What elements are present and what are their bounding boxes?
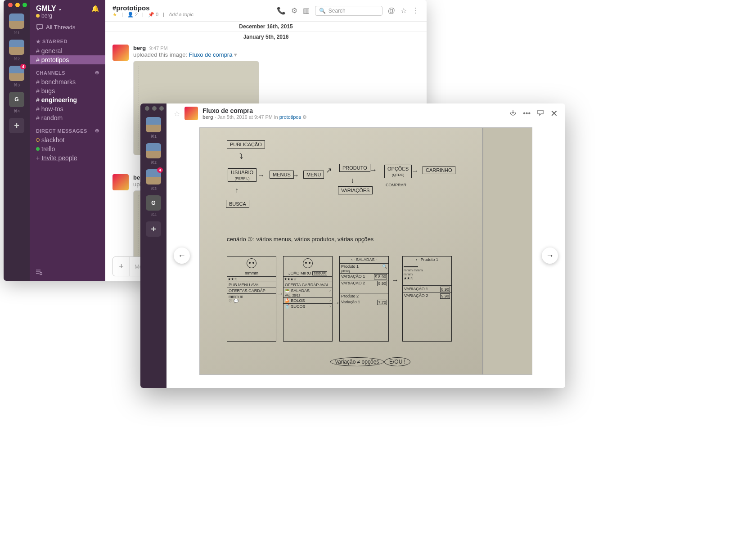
node-usuario: USUÁRIO(PERFIL) [228,168,256,182]
next-button[interactable]: → [542,248,558,264]
channel-engineering[interactable]: #engineering [30,95,105,104]
quick-switcher-icon[interactable] [35,269,42,277]
workspace-1[interactable] [146,117,161,132]
node-variacoes: VARIAÇÕES [338,186,373,194]
channel-general[interactable]: #general [30,46,105,55]
current-user[interactable]: berg [36,13,99,19]
wireframe-1: mmmm ★★☆ PUB MENU AVAL OFERTAS CARDÁP mm… [227,256,276,342]
all-threads[interactable]: All Threads [30,21,105,33]
channel-random[interactable]: #random [30,113,105,122]
workspace-3[interactable]: 4 [146,169,161,184]
workspace-4-key: ⌘4 [14,109,20,113]
viewer-workspace-switcher: ⌘1 ⌘2 4 ⌘3 G ⌘4 + [140,104,166,388]
avatar[interactable] [112,45,129,61]
star-icon[interactable]: ★ [112,12,117,18]
channel-bugs[interactable]: #bugs [30,86,105,95]
workspace-1[interactable] [9,14,24,29]
image-stage: ← → PUBLICAÇÃO USUÁRIO(PERFIL) MENUS MEN… [166,123,565,388]
date-divider-2: January 5th, 2016 [105,32,427,42]
image-viewer-window: ⌘1 ⌘2 4 ⌘3 G ⌘4 + ☆ Fluxo de compra berg… [140,104,565,388]
node-menus: MENUS [270,171,294,179]
minimize-dot[interactable] [15,3,20,7]
node-busca: BUSCA [226,200,249,208]
channel-prototipos[interactable]: #prototipos [30,55,105,64]
viewer-titlebar [140,104,565,113]
dms-header: DIRECT MESSAGES⊕ [30,122,105,135]
pin-count[interactable]: 📌 0 [148,12,158,18]
channel-benchmarks[interactable]: #benchmarks [30,77,105,86]
close-dot[interactable] [8,3,13,7]
zoom-dot[interactable] [159,106,164,111]
add-topic[interactable]: Add a topic [169,12,194,17]
msg1-time: 9:47 PM [149,45,168,51]
svg-point-0 [40,273,42,275]
footnote-2: E/OU ! [384,357,410,366]
workspace-4[interactable]: G [9,92,24,107]
add-workspace-button[interactable]: + [9,118,24,133]
workspace-2-key: ⌘2 [14,57,20,61]
workspace-3-badge: 4 [20,64,26,69]
attach-button[interactable]: + [113,257,130,276]
node-publicacao: PUBLICAÇÃO [227,140,265,148]
uploaded-image[interactable]: PUBLICAÇÃO USUÁRIO(PERFIL) MENUS MENU PR… [199,127,532,375]
workspace-4[interactable]: G [146,195,161,211]
add-channel-icon[interactable]: ⊕ [95,70,99,76]
scenario-caption: cenário ①: vários menus, vários produtos… [227,236,374,243]
msg1-user[interactable]: berg [133,45,146,51]
workspace-switcher: ⌘1 ⌘2 4 ⌘3 G ⌘4 + [4,0,30,281]
add-dm-icon[interactable]: ⊕ [95,128,99,134]
threads-icon [36,23,43,31]
wireframe-4: ‹ · Produto 1 ▬▬▬▬mmm mmmmmm★★☆ VARIAÇÃO… [402,256,452,342]
workspace-2[interactable] [146,143,161,158]
wireframe-2: JOÃO MIRO SEGUIR ★★★☆ OFERTA CARDÁP AVAL… [283,256,333,342]
wireframe-3: ‹ · SALADAS · Produto 1🔍 (desc) VARIAÇÃO… [339,256,389,342]
invite-people[interactable]: +Invite people [30,153,105,162]
channels-header: CHANNELS⊕ [30,64,105,77]
workspace-1-key: ⌘1 [14,31,20,35]
footnote-1: variação ≠ opções [330,357,384,366]
dm-slackbot[interactable]: slackbot [30,135,105,144]
label-comprar: COMPRAR [386,183,406,187]
sidebar: GMLY ⌄ 🔔 berg All Threads ★ STARRED #gen… [30,0,105,281]
date-divider-1: December 16th, 2015 [105,22,427,32]
workspace-2[interactable] [9,40,24,55]
close-dot[interactable] [145,106,149,111]
file-channel-link[interactable]: prototipos [279,114,301,120]
workspace-3-key: ⌘3 [14,83,20,87]
dm-trello[interactable]: trello [30,144,105,153]
add-workspace-button[interactable]: + [146,221,161,237]
zoom-dot[interactable] [22,3,27,7]
workspace-3[interactable]: 4 [9,66,24,81]
minimize-dot[interactable] [152,106,157,111]
node-opcoes: OPÇÕES(QTDE) [384,165,412,178]
file-author[interactable]: berg [202,114,213,120]
node-produto: PRODUTO [339,164,370,172]
node-carrinho: CARRINHO [423,166,455,174]
starred-header: ★ STARRED [30,33,105,46]
channel-how-tos[interactable]: #how-tos [30,104,105,113]
member-count[interactable]: 👤 2 [127,12,138,18]
window-titlebar [4,0,427,10]
node-menu: MENU [303,171,324,179]
avatar[interactable] [112,174,129,190]
msg1-file-link[interactable]: Fluxo de compra [189,51,233,58]
prev-button[interactable]: ← [174,248,190,264]
